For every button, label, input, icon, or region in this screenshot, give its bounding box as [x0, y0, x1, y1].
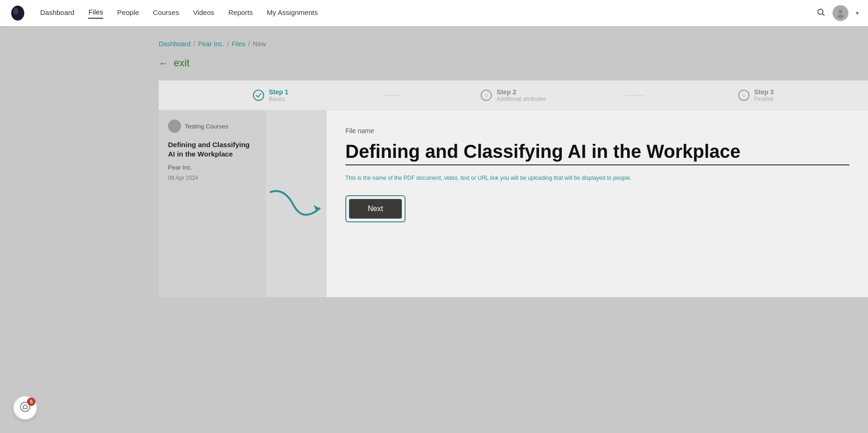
- arrow-area: [266, 110, 327, 297]
- file-preview-avatar-icon: [168, 120, 181, 133]
- navbar: Dashboard Files People Courses Videos Re…: [0, 0, 868, 26]
- step-1-sublabel: Basics: [269, 96, 288, 102]
- search-button[interactable]: [817, 8, 825, 19]
- next-button-wrapper: Next: [345, 195, 406, 222]
- step-2-label: Step 2: [497, 88, 546, 96]
- svg-point-7: [171, 128, 178, 133]
- breadcrumb: Dashboard / Pear Inc. / Files / New: [159, 40, 868, 48]
- nav-courses[interactable]: Courses: [153, 8, 179, 18]
- breadcrumb-files[interactable]: Files: [231, 40, 245, 48]
- svg-point-5: [837, 14, 844, 18]
- nav-files[interactable]: Files: [88, 8, 103, 19]
- svg-marker-8: [314, 205, 320, 212]
- step-2: ○ Step 2 Additional attributes: [401, 88, 625, 102]
- user-dropdown-arrow[interactable]: ▾: [856, 10, 859, 16]
- file-name-input[interactable]: [345, 140, 849, 165]
- nav-people[interactable]: People: [117, 8, 139, 18]
- file-preview-date: 08 Apr 2024: [168, 175, 257, 181]
- step-1: Step 1 Basics: [159, 88, 383, 102]
- next-button[interactable]: Next: [349, 199, 402, 219]
- nav-my-assignments[interactable]: My Assignments: [267, 8, 318, 18]
- nav-dashboard[interactable]: Dashboard: [40, 8, 74, 18]
- file-preview-title: Defining and Classifying AI in the Workp…: [168, 140, 257, 158]
- step-divider-1: [383, 95, 401, 96]
- content-panel: Testing Courses Defining and Classifying…: [159, 110, 868, 297]
- logo[interactable]: [9, 5, 26, 21]
- svg-line-3: [823, 14, 825, 15]
- back-arrow-icon[interactable]: ←: [159, 58, 168, 69]
- svg-point-4: [839, 10, 842, 14]
- file-preview-username: Testing Courses: [185, 123, 228, 130]
- user-avatar[interactable]: [833, 5, 848, 21]
- file-preview: Testing Courses Defining and Classifying…: [159, 110, 266, 297]
- svg-point-6: [172, 122, 177, 127]
- file-name-label: File name: [345, 127, 849, 135]
- file-preview-user: Testing Courses: [168, 120, 257, 133]
- step-3-sublabel: Finalise: [754, 96, 774, 102]
- svg-point-1: [14, 8, 18, 14]
- teal-arrow-icon: [266, 183, 327, 225]
- breadcrumb-dashboard[interactable]: Dashboard: [159, 40, 191, 48]
- step-3: ○ Step 3 Finalise: [644, 88, 868, 102]
- exit-label[interactable]: exit: [174, 57, 189, 69]
- breadcrumb-org[interactable]: Pear Inc.: [198, 40, 224, 48]
- nav-reports[interactable]: Reports: [228, 8, 253, 18]
- file-form: File name This is the name of the PDF do…: [327, 110, 868, 297]
- exit-row: ← exit: [159, 57, 868, 69]
- step-divider-2: [625, 95, 644, 96]
- nav-links: Dashboard Files People Courses Videos Re…: [40, 8, 817, 19]
- notification-badge[interactable]: 5: [13, 396, 37, 420]
- nav-videos[interactable]: Videos: [193, 8, 215, 18]
- step-1-icon: [253, 90, 264, 101]
- step-3-icon: ○: [738, 90, 749, 101]
- step-2-sublabel: Additional attributes: [497, 96, 546, 102]
- step-1-label: Step 1: [269, 88, 288, 96]
- file-preview-org: Pear Inc.: [168, 164, 257, 171]
- stepper: Step 1 Basics ○ Step 2 Additional attrib…: [159, 80, 868, 110]
- step-2-icon: ○: [481, 90, 492, 101]
- notification-count: 5: [27, 398, 35, 406]
- nav-right: ▾: [817, 5, 859, 21]
- main-content: Dashboard / Pear Inc. / Files / New ← ex…: [0, 26, 868, 297]
- step-3-label: Step 3: [754, 88, 774, 96]
- breadcrumb-new: New: [253, 40, 266, 48]
- file-name-hint: This is the name of the PDF document, vi…: [345, 175, 849, 181]
